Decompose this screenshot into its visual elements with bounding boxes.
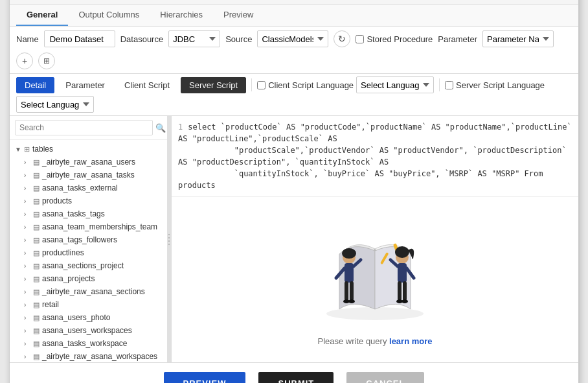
table-icon: ▤ <box>33 236 40 244</box>
refresh-button[interactable]: ↻ <box>334 30 350 47</box>
language2-select[interactable]: Select Language <box>16 96 94 113</box>
subtab-detail[interactable]: Detail <box>16 77 54 93</box>
cancel-button[interactable]: CANCEL <box>346 372 424 383</box>
subtab-client-script[interactable]: Client Script <box>116 77 178 93</box>
stored-procedure-label: Stored Procedure <box>367 34 433 44</box>
stored-procedure-group: Stored Procedure <box>356 34 433 44</box>
main-content: 🔍 ▼ ⊞ tables › ▤ _airbyte_raw_asana_user… <box>10 116 578 362</box>
svg-rect-7 <box>350 281 354 301</box>
name-input[interactable] <box>44 30 115 47</box>
svg-point-9 <box>348 299 355 303</box>
item-label: asana_tasks_tags <box>42 209 105 218</box>
datasource-select[interactable]: JDBC <box>168 30 220 47</box>
table-icon: ▤ <box>33 184 40 192</box>
add-parameter-button[interactable]: + <box>16 52 33 69</box>
search-input[interactable] <box>15 120 153 135</box>
item-caret: › <box>24 288 30 296</box>
list-item[interactable]: › ▤ _airbyte_raw_asana_workspaces <box>10 350 171 362</box>
tables-caret: ▼ <box>15 146 21 153</box>
submit-button[interactable]: SUBMIT <box>258 372 334 383</box>
footer: PREVIEW SUBMIT CANCEL <box>10 362 578 383</box>
item-label: _airbyte_raw_asana_workspaces <box>42 352 157 361</box>
main-tabs: General Output Columns Hierarchies Previ… <box>10 5 578 27</box>
table-icon: ▤ <box>33 353 40 361</box>
svg-rect-15 <box>398 281 401 301</box>
client-script-label: Client Script <box>268 80 313 90</box>
table-icon: ▤ <box>33 197 40 205</box>
item-caret: › <box>24 185 30 192</box>
table-icon: ▤ <box>33 314 40 322</box>
table-icon: ▤ <box>33 171 40 180</box>
parameter-name-select[interactable]: Parameter Name <box>482 30 554 47</box>
illustration-svg <box>304 213 446 330</box>
item-caret: › <box>24 275 30 283</box>
list-item[interactable]: › ▤ asana_users_workspaces <box>10 324 171 337</box>
list-item[interactable]: › ▤ productlines <box>10 246 171 259</box>
table-icon: ▤ <box>33 249 40 257</box>
table-icon: ▤ <box>33 158 40 167</box>
tree-section: ▼ ⊞ tables › ▤ _airbyte_raw_asana_users … <box>10 140 171 362</box>
svg-rect-16 <box>403 281 407 301</box>
separator-1 <box>251 78 252 91</box>
list-item[interactable]: › ▤ _airbyte_raw_asana_users <box>10 156 171 168</box>
list-item[interactable]: › ▤ asana_tasks_tags <box>10 207 171 220</box>
list-item[interactable]: › ▤ asana_tags_followers <box>10 233 171 246</box>
list-item[interactable]: › ▤ asana_projects <box>10 272 171 285</box>
table-icon: ▤ <box>33 223 40 231</box>
tab-hierarchies[interactable]: Hierarchies <box>150 5 213 26</box>
caption-text: Please write query <box>317 336 389 346</box>
item-caret: › <box>24 172 30 179</box>
grid-button[interactable]: ⊞ <box>38 52 55 69</box>
source-select[interactable]: ClassicModels <box>257 30 328 47</box>
source-label: Source <box>225 34 252 44</box>
language-select[interactable]: Select Language <box>356 76 434 93</box>
stored-procedure-checkbox[interactable] <box>356 35 364 43</box>
item-label: asana_users_workspaces <box>42 326 132 335</box>
tab-general[interactable]: General <box>16 5 68 26</box>
item-caret: › <box>24 211 30 218</box>
learn-more-link[interactable]: learn more <box>389 336 432 346</box>
item-label: asana_users_photo <box>42 313 110 322</box>
item-label: _airbyte_raw_asana_sections <box>42 287 145 296</box>
subtab-server-script[interactable]: Server Script <box>181 77 246 93</box>
preview-button[interactable]: PREVIEW <box>164 372 246 383</box>
svg-point-13 <box>395 246 409 258</box>
sub-tabs-row: Detail Parameter Client Script Server Sc… <box>10 74 578 116</box>
datasource-label: Datasource <box>120 34 163 44</box>
table-icon: ▤ <box>33 275 40 283</box>
client-script-checkbox[interactable] <box>257 81 266 89</box>
list-item[interactable]: › ▤ asana_users_photo <box>10 311 171 324</box>
subtab-parameter[interactable]: Parameter <box>57 77 113 93</box>
list-item[interactable]: › ▤ _airbyte_raw_asana_sections <box>10 285 171 298</box>
language2-label: Language <box>507 80 545 90</box>
table-icon: ▤ <box>33 210 40 218</box>
create-dataset-dialog: Create Dataset ? ✕ General Output Column… <box>9 0 579 383</box>
tree-root-tables[interactable]: ▼ ⊞ tables <box>10 143 171 156</box>
list-item[interactable]: › ▤ retail <box>10 298 171 311</box>
list-item[interactable]: › ▤ asana_tasks_workspace <box>10 337 171 350</box>
item-label: asana_sections_project <box>42 261 124 270</box>
item-label: products <box>42 196 72 205</box>
svg-rect-6 <box>345 281 348 301</box>
table-icon: ▤ <box>33 288 40 296</box>
sql-editor[interactable]: 1select `productCode` AS "productCode",`… <box>172 116 578 197</box>
parameter-label: Parameter <box>438 34 477 44</box>
illustration-caption: Please write query learn more <box>317 336 432 346</box>
list-item[interactable]: › ▤ asana_sections_project <box>10 259 171 272</box>
list-item[interactable]: › ▤ asana_team_memberships_team <box>10 220 171 233</box>
list-item[interactable]: › ▤ asana_tasks_external <box>10 181 171 194</box>
resize-handle[interactable] <box>167 116 171 362</box>
list-item[interactable]: › ▤ products <box>10 194 171 207</box>
table-icon: ▤ <box>33 262 40 270</box>
item-caret: › <box>24 314 30 321</box>
item-caret: › <box>24 198 30 205</box>
left-panel: 🔍 ▼ ⊞ tables › ▤ _airbyte_raw_asana_user… <box>10 116 172 362</box>
language-label: Language <box>316 80 354 90</box>
list-item[interactable]: › ▤ _airbyte_raw_asana_tasks <box>10 168 171 181</box>
item-caret: › <box>24 237 30 244</box>
item-caret: › <box>24 340 30 347</box>
tab-output-columns[interactable]: Output Columns <box>68 5 150 26</box>
item-label: productlines <box>42 248 84 257</box>
tab-preview[interactable]: Preview <box>213 5 264 26</box>
server-script-checkbox[interactable] <box>445 81 453 89</box>
